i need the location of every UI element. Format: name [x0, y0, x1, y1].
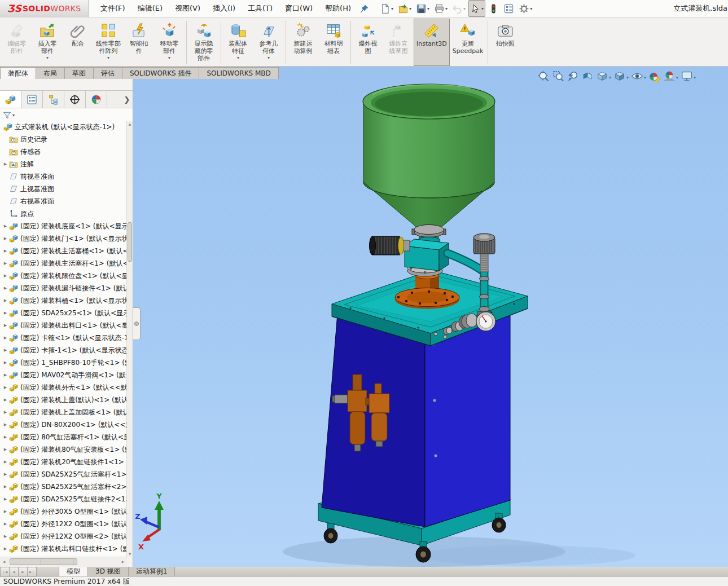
open-button[interactable]: ▾: [396, 0, 413, 17]
ribbon-button-insert-components[interactable]: 插入零 部件▾: [32, 19, 63, 66]
expand-arrow-icon[interactable]: ▶: [2, 484, 9, 489]
tree-item[interactable]: ▶(固定) 外径30X5 O型圈<1> (默认<显示状态-1>): [0, 505, 127, 518]
scroll-right-icon[interactable]: ▶: [119, 557, 127, 566]
settings-gear-button[interactable]: ▾: [517, 0, 534, 17]
expand-arrow-icon[interactable]: ▶: [2, 162, 9, 166]
scroll-left-icon[interactable]: ◀: [0, 557, 8, 566]
ribbon-button-assembly-features[interactable]: 装配体 特征▾: [223, 19, 253, 66]
expand-arrow-icon[interactable]: ▶: [2, 348, 9, 353]
menu-item-edit[interactable]: 编辑(E): [131, 0, 169, 17]
panel-flyout-chevron[interactable]: ❯: [121, 91, 133, 108]
ribbon-button-instant3d[interactable]: Instant3D: [414, 19, 450, 66]
expand-arrow-icon[interactable]: ▶: [2, 311, 9, 315]
tree-item[interactable]: 上视基准面: [0, 183, 127, 195]
edit-appearance-button[interactable]: [648, 69, 661, 85]
tree-item[interactable]: ▶(固定) 1_SHBPF80-10手轮<1> (默认<显示状态-1>): [0, 356, 127, 369]
tab-assembly[interactable]: 装配体: [0, 67, 36, 79]
tree-item[interactable]: 前视基准面: [0, 170, 127, 183]
expand-arrow-icon[interactable]: ▶: [2, 286, 9, 290]
tab-solidworks-addins[interactable]: SOLIDWORKS 插件: [122, 67, 199, 79]
tree-item[interactable]: ▶(固定) 灌装机外壳<1> (默认<<默认>_显示状态 1>): [0, 381, 127, 394]
section-view-button[interactable]: [581, 69, 594, 85]
undo-button[interactable]: ▾: [450, 0, 467, 17]
tab-solidworks-mbd[interactable]: SOLIDWORKS MBD: [199, 67, 278, 79]
expand-arrow-icon[interactable]: ▶: [2, 472, 9, 477]
zoom-area-button[interactable]: [551, 69, 565, 85]
menu-item-help[interactable]: 帮助(H): [319, 0, 357, 17]
tree-item[interactable]: 右视基准面: [0, 195, 127, 208]
tree-item[interactable]: ▶(固定) 灌装机上盖加固板<1> (默认<显示状态-1>): [0, 406, 127, 418]
tree-item[interactable]: ▶(固定) 外径12X2 O型圈<2> (默认<显示状态-1>): [0, 530, 127, 543]
expand-arrow-icon[interactable]: ▶: [2, 435, 9, 439]
model-valve-body[interactable]: [405, 237, 449, 271]
tab-3d-views[interactable]: 3D 视图: [87, 567, 129, 576]
propertymanager-tab[interactable]: [21, 91, 43, 108]
tab-layout[interactable]: 布局: [36, 67, 65, 79]
first-tab-button[interactable]: ❘◀: [0, 567, 10, 576]
menu-item-window[interactable]: 窗口(W): [279, 0, 319, 17]
scroll-down-icon[interactable]: ▼: [127, 550, 133, 557]
tree-item[interactable]: 原点: [0, 208, 127, 220]
new-document-button[interactable]: ▾: [378, 0, 395, 17]
expand-arrow-icon[interactable]: ▶: [2, 249, 9, 253]
tree-horizontal-scrollbar[interactable]: ◀ ▶: [0, 557, 127, 567]
options-list-button[interactable]: [502, 0, 516, 17]
expand-arrow-icon[interactable]: ▶: [2, 298, 9, 303]
ribbon-button-show-hidden-components[interactable]: 显示隐 藏的零 部件: [188, 19, 219, 66]
ribbon-button-move-component[interactable]: 移动零 部件▾: [154, 19, 185, 66]
tree-item[interactable]: 传感器: [0, 146, 127, 158]
expand-arrow-icon[interactable]: ▶: [2, 509, 9, 514]
tree-item[interactable]: ▶(固定) SDA25x25<1> (默认<显示状态-1>): [0, 307, 127, 319]
graphics-area[interactable]: Y Z X ▾▾▾▾▾: [133, 67, 728, 567]
tree-item[interactable]: ▶(固定) 灌装机出料口链接杆<1> (默认<显示状态-1>): [0, 543, 127, 555]
tree-item[interactable]: ▶(固定) 外径12X2 O型圈<1> (默认<显示状态-1>): [0, 518, 127, 530]
ribbon-button-linear-component-pattern[interactable]: 线性零部 件阵列▾: [93, 19, 124, 66]
tree-item[interactable]: ▶(固定) 灌装机门<1> (默认<显示状态-1>): [0, 232, 127, 245]
tree-item[interactable]: ▶(固定) 80气缸活塞杆<1> (默认<显示状态-1>): [0, 431, 127, 443]
expand-arrow-icon[interactable]: ▶: [2, 547, 9, 551]
view-settings-button[interactable]: ▾: [680, 69, 696, 85]
expand-arrow-icon[interactable]: ▶: [2, 236, 9, 241]
tree-item[interactable]: ▶(固定) 灌装机主活塞桶<1> (默认<显示状态-1>): [0, 245, 127, 257]
expand-arrow-icon[interactable]: ▶: [2, 274, 9, 278]
tree-item[interactable]: ▶(固定) 灌装机出料口<1> (默认<显示状态-1>): [0, 319, 127, 332]
menu-item-tools[interactable]: 工具(T): [242, 0, 279, 17]
tree-item[interactable]: ▶(固定) DN-80X200<1> (默认<<默认>_显示状态 1>): [0, 418, 127, 431]
tree-item[interactable]: ▶(固定) MAV02气动手滑阀<1> (默认<显示状态-1>): [0, 369, 127, 381]
tree-item[interactable]: ▶(固定) 卡箍-1<1> (默认<显示状态-1>): [0, 344, 127, 356]
tree-item[interactable]: ▶(固定) 灌装机底座<1> (默认<显示状态-1>): [0, 220, 127, 232]
expand-arrow-icon[interactable]: ▶: [2, 522, 9, 526]
scroll-thumb[interactable]: [10, 558, 77, 565]
ribbon-button-mate[interactable]: 配合: [63, 19, 93, 66]
pin-menu-button[interactable]: [359, 4, 369, 14]
tree-item[interactable]: ▶(固定) 灌装机漏斗链接件<1> (默认<显示状态-1>): [0, 282, 127, 294]
tree-item[interactable]: ▶(固定) SDA25X25气缸活塞杆<1> (默认<显示状态-1>): [0, 468, 127, 481]
dimxpertmanager-tab[interactable]: [64, 91, 86, 108]
expand-arrow-icon[interactable]: ▶: [2, 224, 9, 228]
tree-item[interactable]: ▶(固定) 卡箍<1> (默认<显示状态-1>): [0, 332, 127, 344]
expand-arrow-icon[interactable]: ▶: [2, 534, 9, 539]
ribbon-button-bill-of-materials[interactable]: 材料明 细表: [318, 19, 349, 66]
tree-item[interactable]: ▶(固定) 灌装机80气缸安装板<1> (默认<显示状态-1>): [0, 443, 127, 456]
view-orientation-button[interactable]: ▾: [595, 69, 612, 85]
ribbon-button-exploded-view[interactable]: 爆炸视 图: [353, 19, 383, 66]
last-tab-button[interactable]: ▶❘: [27, 567, 37, 576]
tab-sketch[interactable]: 草图: [64, 67, 94, 79]
rebuild-traffic-light-button[interactable]: [486, 0, 501, 17]
tree-item[interactable]: ▶(固定) 灌装机20气缸链接件1<1> (默认<显示状态-1>): [0, 456, 127, 468]
expand-arrow-icon[interactable]: ▶: [2, 497, 9, 501]
ribbon-button-new-motion-study[interactable]: 新建运 动算例: [288, 19, 318, 66]
tree-item[interactable]: ▶(固定) 灌装机限位盘<1> (默认<显示状态-1>): [0, 270, 127, 282]
displaymanager-tab[interactable]: [86, 91, 107, 108]
tree-item[interactable]: ▶(固定) 灌装料桶<1> (默认<显示状态-1>): [0, 294, 127, 307]
tree-item[interactable]: ▶(固定) 灌装机上盖(默认)<1> (默认<显示状态-1>): [0, 394, 127, 406]
model-hopper[interactable]: [363, 84, 495, 229]
expand-arrow-icon[interactable]: ▶: [2, 447, 9, 452]
menu-item-view[interactable]: 视图(V): [169, 0, 207, 17]
tree-item[interactable]: 历史记录: [0, 133, 127, 146]
ribbon-button-take-snapshot[interactable]: 拍快照: [490, 19, 520, 66]
expand-arrow-icon[interactable]: ▶: [2, 398, 9, 402]
expand-arrow-icon[interactable]: ▶: [2, 360, 9, 365]
tree-item[interactable]: ▶(固定) SDA25X25气缸链接件2<1> (默认<显示状态-1>): [0, 493, 127, 505]
tab-evaluate[interactable]: 评估: [93, 67, 122, 79]
